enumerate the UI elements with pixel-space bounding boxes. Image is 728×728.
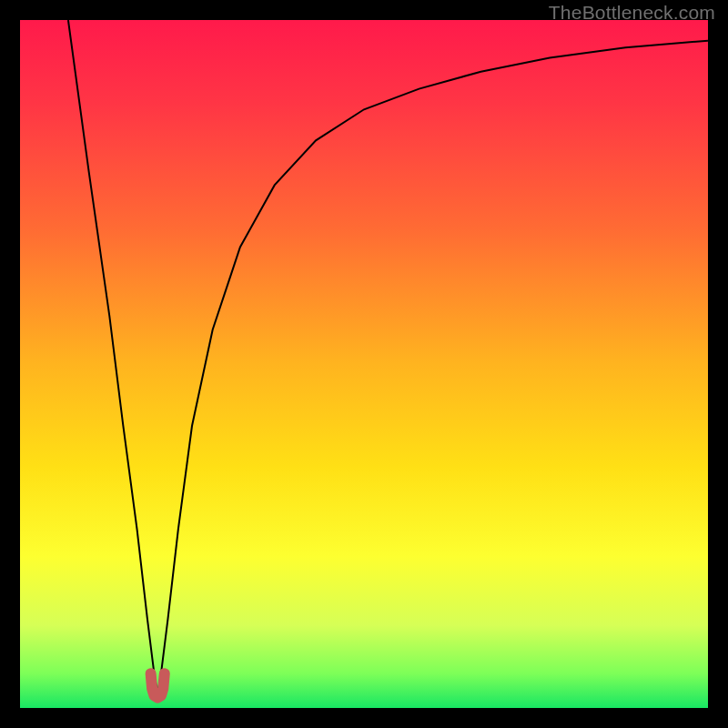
bottleneck-chart <box>20 20 708 708</box>
chart-frame: TheBottleneck.com <box>0 0 728 728</box>
chart-background <box>20 20 708 708</box>
watermark-text: TheBottleneck.com <box>549 2 715 24</box>
